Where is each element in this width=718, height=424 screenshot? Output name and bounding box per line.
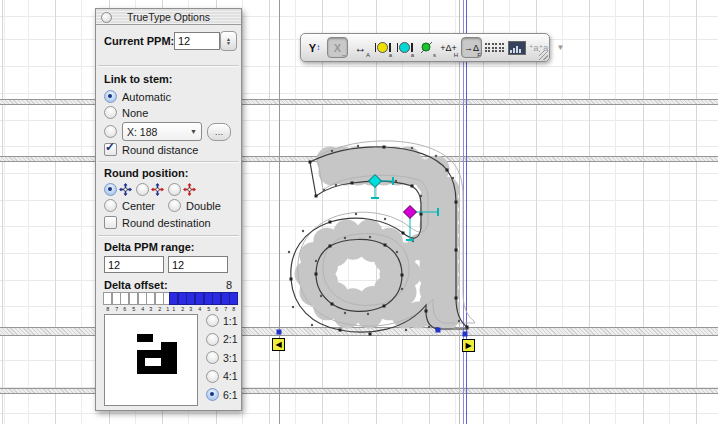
y-direction-label: Y [309,42,316,54]
delta-cell[interactable]: 3 [187,292,195,312]
current-ppm-label: Current PPM: [104,35,174,47]
round-distance-checkbox[interactable] [104,143,117,156]
x-direction-button[interactable]: X ↔ [327,37,348,58]
double-label: Double [186,200,221,212]
delta-offset-positive-cells[interactable]: 12345678 [170,292,238,312]
round-to-grid-icon [119,183,132,196]
divider [98,65,239,67]
delta-cell[interactable]: 7 [222,292,230,312]
delta-ppm-to-input[interactable] [168,256,228,273]
round-to-half-grid-radio[interactable] [136,183,149,196]
radio-automatic[interactable] [104,90,117,103]
preview-panel-button[interactable] [507,38,526,57]
advance-marker[interactable]: ◀ [272,338,285,351]
delta-cell[interactable]: 7 [113,292,121,312]
round-destination-label: Round destination [122,217,211,229]
delta-cell[interactable]: 4 [138,292,146,312]
y-direction-button[interactable]: Y ↕ [305,38,324,57]
pixel-grid-icon [485,43,505,52]
round-double-grid-icon [183,183,196,196]
delta-offset-negative-cells[interactable]: 87654321 [104,292,172,312]
final-delta-icon: →Δ [464,43,479,53]
bitmap-preview [104,314,198,406]
link-stem-automatic-option[interactable]: Automatic [104,90,171,103]
delta-cell[interactable]: 6 [121,292,129,312]
app-window: { "dialog": { "title": "TrueType Options… [0,0,718,424]
shift-points-button[interactable]: ↔ A [351,38,370,57]
round-to-grid-radio[interactable] [104,183,117,196]
shift-points-icon: ↔ [355,41,367,55]
radio-none[interactable] [104,106,117,119]
close-button[interactable] [101,12,112,23]
current-ppm-stepper[interactable]: ▲▼ [220,31,237,51]
delta-cell[interactable]: 5 [204,292,212,312]
hint-point-magenta[interactable] [404,206,417,219]
round-position-label: Round position: [104,167,188,179]
none-label: None [122,107,148,119]
current-ppm-input[interactable] [174,32,220,50]
delta-cell[interactable]: 2 [179,292,187,312]
automatic-label: Automatic [122,91,171,103]
round-to-half-grid-option[interactable] [136,183,164,196]
align-stem-primary-button[interactable]: a [373,38,392,57]
tt-hinting-toolbar: Y ↕ X ↔ ↔ A a a s +Δ+ H →Δ F [300,33,550,62]
ratio-option-4-1[interactable]: 4:1 [206,370,238,383]
x-arrows-icon: ↔ [341,52,347,58]
round-double-grid-option[interactable] [168,183,196,196]
dialog-titlebar[interactable]: TrueType Options [96,9,241,25]
stem-more-button[interactable]: … [207,123,231,141]
delta-offset-label: Delta offset: [104,279,168,291]
delta-cell[interactable]: 2 [156,292,164,312]
ratio-option-1-1[interactable]: 1:1 [206,314,238,327]
delta-ppm-label: Delta PPM range: [104,241,194,253]
delta-cell[interactable]: 4 [196,292,204,312]
align-stem-secondary-button[interactable]: a [395,38,414,57]
divider [98,235,239,237]
y-arrows-icon: ↕ [316,43,320,52]
overflow-chevron-icon: ▼ [557,43,565,52]
round-to-grid-option[interactable] [104,183,132,196]
stem-select[interactable]: X: 188 ▼ [122,122,202,141]
radio-double[interactable] [168,199,181,212]
round-destination-option[interactable]: Round destination [104,216,211,229]
toolbar-resize-grip[interactable] [539,51,548,60]
final-delta-button[interactable]: →Δ F [461,37,482,58]
round-distance-option[interactable]: Round distance [104,143,198,156]
dialog-title: TrueType Options [127,11,210,23]
delta-cell[interactable]: 8 [230,292,238,312]
center-label: Center [122,200,155,212]
delta-cell[interactable]: 1 [170,292,178,312]
ratio-option-2-1[interactable]: 2:1 [206,333,238,346]
bitmap-glyph-a [129,334,177,374]
delta-cell[interactable]: 5 [130,292,138,312]
delta-ppm-from-input[interactable] [104,256,164,273]
middle-delta-button[interactable]: +Δ+ H [439,38,458,57]
stem-select-value: X: 188 [127,126,157,138]
link-stem-none-option[interactable]: None [104,106,148,119]
radio-center[interactable] [104,199,117,212]
link-to-stem-label: Link to stem: [104,73,172,85]
toolbar-overflow-button[interactable]: ▼ [551,38,570,57]
divider [98,161,239,163]
delta-offset-value: 8 [226,279,232,291]
round-center-option[interactable]: Center Double [104,199,221,212]
delta-cell[interactable]: 6 [213,292,221,312]
ratio-option-6-1[interactable]: 6:1 [206,388,238,401]
pixel-grid-button[interactable] [485,38,504,57]
truetype-options-dialog: TrueType Options Current PPM: ▲▼ Link to… [95,8,242,411]
select-arrow-icon: ▼ [190,128,197,135]
round-double-grid-radio[interactable] [168,183,181,196]
middle-delta-icon: +Δ+ [440,43,457,53]
radio-stem-select[interactable] [104,125,117,138]
round-to-half-grid-icon [151,183,164,196]
delta-cell[interactable]: 3 [147,292,155,312]
preview-ratio-list: 1:12:13:14:16:1 [206,314,238,401]
preview-panel-icon [508,41,526,55]
ratio-option-3-1[interactable]: 3:1 [206,351,238,364]
delta-cell[interactable]: 8 [104,292,112,312]
round-destination-checkbox[interactable] [104,216,117,229]
round-distance-label: Round distance [122,144,198,156]
advance-marker[interactable]: ▶ [462,339,475,352]
interpolate-point-button[interactable]: s [417,38,436,57]
interpolate-point-icon [419,40,434,55]
